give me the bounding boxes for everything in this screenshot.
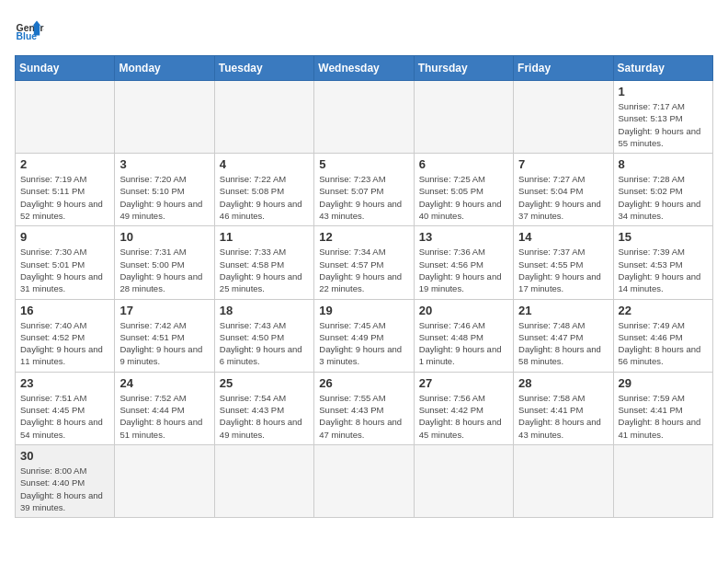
calendar-cell bbox=[314, 444, 414, 517]
calendar-cell bbox=[16, 81, 115, 154]
calendar-week-3: 9Sunrise: 7:30 AM Sunset: 5:01 PM Daylig… bbox=[16, 226, 713, 299]
calendar-cell: 17Sunrise: 7:42 AM Sunset: 4:51 PM Dayli… bbox=[115, 299, 214, 372]
day-number: 3 bbox=[119, 157, 209, 171]
calendar-cell: 13Sunrise: 7:36 AM Sunset: 4:56 PM Dayli… bbox=[414, 226, 513, 299]
day-number: 11 bbox=[220, 230, 309, 244]
calendar-cell bbox=[414, 444, 513, 517]
calendar-cell: 18Sunrise: 7:43 AM Sunset: 4:50 PM Dayli… bbox=[214, 299, 313, 372]
day-info: Sunrise: 7:51 AM Sunset: 4:45 PM Dayligh… bbox=[20, 392, 109, 441]
day-info: Sunrise: 7:40 AM Sunset: 4:52 PM Dayligh… bbox=[20, 319, 109, 368]
calendar-week-2: 2Sunrise: 7:19 AM Sunset: 5:11 PM Daylig… bbox=[16, 154, 713, 226]
calendar-cell: 23Sunrise: 7:51 AM Sunset: 4:45 PM Dayli… bbox=[16, 372, 115, 444]
day-number: 8 bbox=[619, 157, 708, 171]
day-info: Sunrise: 7:33 AM Sunset: 4:58 PM Dayligh… bbox=[220, 246, 309, 294]
calendar-cell: 5Sunrise: 7:23 AM Sunset: 5:07 PM Daylig… bbox=[314, 154, 414, 226]
day-number: 29 bbox=[619, 376, 708, 390]
calendar-cell bbox=[414, 81, 513, 154]
calendar-cell: 3Sunrise: 7:20 AM Sunset: 5:10 PM Daylig… bbox=[115, 154, 214, 226]
day-info: Sunrise: 7:25 AM Sunset: 5:05 PM Dayligh… bbox=[419, 173, 508, 222]
weekday-header-tuesday: Tuesday bbox=[214, 56, 313, 81]
calendar-cell: 16Sunrise: 7:40 AM Sunset: 4:52 PM Dayli… bbox=[16, 299, 115, 372]
day-info: Sunrise: 7:45 AM Sunset: 4:49 PM Dayligh… bbox=[319, 319, 408, 368]
day-info: Sunrise: 7:17 AM Sunset: 5:13 PM Dayligh… bbox=[619, 100, 708, 149]
day-number: 24 bbox=[119, 376, 209, 390]
weekday-header-wednesday: Wednesday bbox=[314, 56, 414, 81]
day-info: Sunrise: 7:56 AM Sunset: 4:42 PM Dayligh… bbox=[419, 392, 508, 441]
calendar-cell: 7Sunrise: 7:27 AM Sunset: 5:04 PM Daylig… bbox=[514, 154, 613, 226]
calendar-cell: 11Sunrise: 7:33 AM Sunset: 4:58 PM Dayli… bbox=[214, 226, 313, 299]
calendar-cell: 2Sunrise: 7:19 AM Sunset: 5:11 PM Daylig… bbox=[16, 154, 115, 226]
day-number: 22 bbox=[619, 304, 708, 317]
calendar-cell: 22Sunrise: 7:49 AM Sunset: 4:46 PM Dayli… bbox=[613, 299, 712, 372]
logo: General Blue bbox=[15, 15, 44, 44]
day-info: Sunrise: 7:22 AM Sunset: 5:08 PM Dayligh… bbox=[220, 173, 309, 222]
day-number: 18 bbox=[220, 304, 309, 317]
day-info: Sunrise: 7:34 AM Sunset: 4:57 PM Dayligh… bbox=[319, 246, 408, 294]
day-info: Sunrise: 7:59 AM Sunset: 4:41 PM Dayligh… bbox=[619, 392, 708, 441]
calendar-cell: 14Sunrise: 7:37 AM Sunset: 4:55 PM Dayli… bbox=[514, 226, 613, 299]
calendar-cell: 28Sunrise: 7:58 AM Sunset: 4:41 PM Dayli… bbox=[514, 372, 613, 444]
calendar-cell: 4Sunrise: 7:22 AM Sunset: 5:08 PM Daylig… bbox=[214, 154, 313, 226]
day-number: 30 bbox=[20, 449, 109, 463]
weekday-header-friday: Friday bbox=[514, 56, 613, 81]
day-number: 21 bbox=[518, 304, 608, 317]
calendar-cell: 27Sunrise: 7:56 AM Sunset: 4:42 PM Dayli… bbox=[414, 372, 513, 444]
calendar-cell bbox=[314, 81, 414, 154]
calendar-cell bbox=[115, 81, 214, 154]
day-number: 16 bbox=[20, 304, 109, 317]
day-number: 2 bbox=[20, 157, 109, 171]
day-number: 19 bbox=[319, 304, 408, 317]
calendar-cell bbox=[214, 444, 313, 517]
day-number: 10 bbox=[119, 230, 209, 244]
day-info: Sunrise: 7:54 AM Sunset: 4:43 PM Dayligh… bbox=[220, 392, 309, 441]
day-number: 27 bbox=[419, 376, 508, 390]
day-number: 5 bbox=[319, 157, 408, 171]
weekday-header-thursday: Thursday bbox=[414, 56, 513, 81]
day-info: Sunrise: 7:43 AM Sunset: 4:50 PM Dayligh… bbox=[220, 319, 309, 368]
day-number: 15 bbox=[619, 230, 708, 244]
day-info: Sunrise: 7:46 AM Sunset: 4:48 PM Dayligh… bbox=[419, 319, 508, 368]
day-info: Sunrise: 7:55 AM Sunset: 4:43 PM Dayligh… bbox=[319, 392, 408, 441]
calendar-cell bbox=[514, 444, 613, 517]
weekday-header-sunday: Sunday bbox=[16, 56, 115, 81]
day-info: Sunrise: 7:19 AM Sunset: 5:11 PM Dayligh… bbox=[20, 173, 109, 222]
calendar-cell bbox=[514, 81, 613, 154]
calendar-cell: 29Sunrise: 7:59 AM Sunset: 4:41 PM Dayli… bbox=[613, 372, 712, 444]
logo-icon: General Blue bbox=[15, 15, 44, 44]
calendar-cell: 9Sunrise: 7:30 AM Sunset: 5:01 PM Daylig… bbox=[16, 226, 115, 299]
day-info: Sunrise: 7:39 AM Sunset: 4:53 PM Dayligh… bbox=[619, 246, 708, 294]
day-info: Sunrise: 7:23 AM Sunset: 5:07 PM Dayligh… bbox=[319, 173, 408, 222]
calendar-cell: 21Sunrise: 7:48 AM Sunset: 4:47 PM Dayli… bbox=[514, 299, 613, 372]
calendar-cell: 12Sunrise: 7:34 AM Sunset: 4:57 PM Dayli… bbox=[314, 226, 414, 299]
calendar-cell: 15Sunrise: 7:39 AM Sunset: 4:53 PM Dayli… bbox=[613, 226, 712, 299]
calendar-week-5: 23Sunrise: 7:51 AM Sunset: 4:45 PM Dayli… bbox=[16, 372, 713, 444]
day-info: Sunrise: 7:37 AM Sunset: 4:55 PM Dayligh… bbox=[518, 246, 608, 294]
calendar-cell bbox=[613, 444, 712, 517]
day-number: 12 bbox=[319, 230, 408, 244]
day-info: Sunrise: 7:28 AM Sunset: 5:02 PM Dayligh… bbox=[619, 173, 708, 222]
day-number: 4 bbox=[220, 157, 309, 171]
calendar-cell: 24Sunrise: 7:52 AM Sunset: 4:44 PM Dayli… bbox=[115, 372, 214, 444]
day-info: Sunrise: 7:42 AM Sunset: 4:51 PM Dayligh… bbox=[119, 319, 209, 368]
weekday-header-row: SundayMondayTuesdayWednesdayThursdayFrid… bbox=[16, 56, 713, 81]
day-number: 26 bbox=[319, 376, 408, 390]
calendar-cell: 25Sunrise: 7:54 AM Sunset: 4:43 PM Dayli… bbox=[214, 372, 313, 444]
day-info: Sunrise: 7:27 AM Sunset: 5:04 PM Dayligh… bbox=[518, 173, 608, 222]
weekday-header-saturday: Saturday bbox=[613, 56, 712, 81]
day-number: 13 bbox=[419, 230, 508, 244]
calendar-cell: 26Sunrise: 7:55 AM Sunset: 4:43 PM Dayli… bbox=[314, 372, 414, 444]
day-number: 9 bbox=[20, 230, 109, 244]
calendar-cell bbox=[115, 444, 214, 517]
day-number: 14 bbox=[518, 230, 608, 244]
day-info: Sunrise: 7:20 AM Sunset: 5:10 PM Dayligh… bbox=[119, 173, 209, 222]
calendar-cell: 8Sunrise: 7:28 AM Sunset: 5:02 PM Daylig… bbox=[613, 154, 712, 226]
day-number: 1 bbox=[619, 85, 708, 98]
weekday-header-monday: Monday bbox=[115, 56, 214, 81]
day-info: Sunrise: 8:00 AM Sunset: 4:40 PM Dayligh… bbox=[20, 465, 109, 513]
calendar-week-4: 16Sunrise: 7:40 AM Sunset: 4:52 PM Dayli… bbox=[16, 299, 713, 372]
page-header: General Blue bbox=[15, 15, 713, 44]
calendar-cell: 20Sunrise: 7:46 AM Sunset: 4:48 PM Dayli… bbox=[414, 299, 513, 372]
calendar-cell: 1Sunrise: 7:17 AM Sunset: 5:13 PM Daylig… bbox=[613, 81, 712, 154]
day-info: Sunrise: 7:36 AM Sunset: 4:56 PM Dayligh… bbox=[419, 246, 508, 294]
calendar-week-6: 30Sunrise: 8:00 AM Sunset: 4:40 PM Dayli… bbox=[16, 444, 713, 517]
